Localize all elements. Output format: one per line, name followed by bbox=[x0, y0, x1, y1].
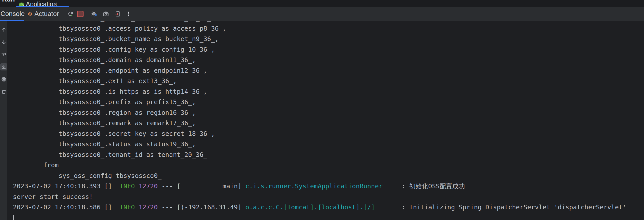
console-line: tbsysossco0_.prefix as prefix15_36_, bbox=[13, 97, 644, 107]
rerun-icon bbox=[67, 11, 74, 17]
down-stack-trace-button[interactable] bbox=[0, 39, 7, 46]
more-options-icon bbox=[125, 11, 132, 17]
tab-actuator-label: Actuator bbox=[34, 10, 59, 18]
attach-debugger-icon bbox=[91, 11, 97, 17]
thread-dump-button[interactable] bbox=[102, 10, 110, 18]
clear-all-icon bbox=[1, 89, 7, 95]
up-stack-trace-button[interactable] bbox=[0, 26, 7, 33]
clear-all-button[interactable] bbox=[0, 88, 7, 95]
run-tab-application[interactable]: Application ✕ bbox=[15, 0, 69, 6]
console-left-toolbar bbox=[0, 21, 7, 220]
text-cursor bbox=[13, 215, 14, 220]
toolbar-separator bbox=[88, 10, 88, 17]
scroll-to-end-icon bbox=[1, 64, 7, 70]
tab-console[interactable]: Console bbox=[0, 7, 24, 21]
console-line: tbsysossco0_.access_key as access_k7_36_… bbox=[13, 21, 644, 23]
console-line: tbsysossco0_.domain as domain11_36_, bbox=[13, 55, 644, 65]
console-line: 2023-07-02 17:40:18.586 [] INFO 12720 --… bbox=[13, 202, 644, 213]
print-button[interactable] bbox=[0, 76, 7, 83]
console-content: tbsysossco0_.access_key as access_k7_36_… bbox=[7, 21, 644, 220]
arrow-down-icon bbox=[1, 39, 7, 45]
console-line: tbsysossco0_.ext1 as ext13_36_, bbox=[13, 76, 644, 86]
soft-wrap-button[interactable] bbox=[0, 51, 7, 58]
console-line: tbsysossco0_.remark as remark17_36_, bbox=[13, 118, 644, 129]
exit-button[interactable] bbox=[113, 10, 122, 18]
stop-button[interactable] bbox=[76, 10, 84, 18]
more-options-button[interactable] bbox=[125, 10, 133, 18]
actuator-icon bbox=[26, 11, 32, 17]
print-icon bbox=[1, 77, 7, 82]
console-line: sys_oss_config tbsysossco0_ bbox=[13, 171, 644, 181]
console-line: tbsysossco0_.status as status19_36_, bbox=[13, 139, 644, 150]
console-toolbar: Console Actuator bbox=[0, 7, 644, 21]
arrow-up-icon bbox=[1, 27, 7, 32]
console-line: from bbox=[13, 160, 644, 171]
exit-icon bbox=[114, 11, 121, 17]
run-toolwindow-tabbar: Run Application ✕ bbox=[0, 0, 644, 7]
tab-actuator[interactable]: Actuator bbox=[26, 7, 59, 21]
console-line: 2023-07-02 17:40:18.393 [] INFO 12720 --… bbox=[13, 181, 644, 192]
attach-debugger-button[interactable] bbox=[90, 10, 98, 18]
rerun-button[interactable] bbox=[67, 10, 75, 18]
console-output[interactable]: tbsysossco0_.access_key as access_k7_36_… bbox=[7, 21, 644, 220]
console-line: tbsysossco0_.is_https as is_http14_36_, bbox=[13, 86, 644, 97]
tab-console-label: Console bbox=[0, 10, 25, 18]
console-line: tbsysossco0_.config_key as config_10_36_… bbox=[13, 44, 644, 55]
console-line: tbsysossco0_.access_policy as access_p8_… bbox=[13, 23, 644, 34]
scroll-to-end-button[interactable] bbox=[0, 63, 7, 70]
stop-icon bbox=[77, 11, 84, 17]
thread-dump-icon bbox=[103, 11, 109, 17]
console-line: tbsysossco0_.bucket_name as bucket_n9_36… bbox=[13, 34, 644, 44]
console-line: server start success! bbox=[13, 192, 644, 202]
console-line: tbsysossco0_.region as region16_36_, bbox=[13, 107, 644, 118]
console-line: tbsysossco0_.endpoint as endpoin12_36_, bbox=[13, 65, 644, 76]
console-line bbox=[13, 213, 644, 220]
toolwindow-title: Run bbox=[2, 0, 15, 3]
console-line: tbsysossco0_.tenant_id as tenant_20_36_ bbox=[13, 150, 644, 160]
console-line: tbsysossco0_.secret_key as secret_18_36_… bbox=[13, 129, 644, 139]
soft-wrap-icon bbox=[1, 52, 7, 57]
